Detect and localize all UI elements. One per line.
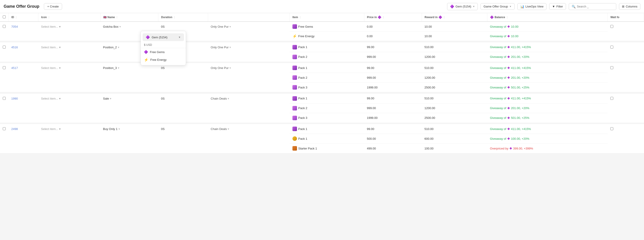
price-cell: 999.00 [364,52,422,62]
columns-label: Columns [626,5,638,8]
sort-icon[interactable]: ⋮ [173,16,176,19]
waitfor-checkbox[interactable] [610,66,613,69]
dropdown-gem-icon [146,35,150,39]
id-cell: 4517 [9,63,38,92]
create-button[interactable]: + Create [44,3,62,10]
sort-icon[interactable]: ⋮ [15,16,17,19]
purchase-selector[interactable]: Only One Pur ▾ [211,66,287,70]
chevron-down-icon: ▾ [59,97,61,100]
header: Game Offer Group + Create Gem (5154) ▼ G… [0,0,644,13]
balance-cell: Giveaway of 411.00, +415% [487,94,608,104]
icon-selector[interactable]: Select item... ▾ [41,46,98,49]
purchase-type-label: Chain Deals [211,127,227,131]
coin-pack-icon [292,136,297,141]
item-name-cell: Pack 1 [290,134,364,144]
free-energy-icon: ⚡ [144,58,148,62]
dropdown-item-free-energy[interactable]: ⚡ Free Energy [141,56,186,64]
balance-value: Giveaway of 501.00, +25% [490,116,605,120]
liveops-button[interactable]: 📊 LiveOps View [517,3,546,10]
waitfor-cell [608,124,644,153]
item-name-label: Pack 2 [298,106,308,110]
icon-selector[interactable]: Select item... ▾ [41,66,98,70]
item-name-cell: Starter Pack 1 [290,144,364,153]
icon-selector[interactable]: Select item... ▾ [41,97,98,100]
reward-cell: 600.00 [422,134,487,144]
row-checkbox[interactable] [3,25,6,28]
sort-icon[interactable]: ⋮ [506,16,508,19]
id-cell: 4516 [9,42,38,62]
row-checkbox[interactable] [3,97,6,100]
waitfor-checkbox[interactable] [610,97,613,100]
icon-selector[interactable]: Select item... ▾ [41,127,98,131]
row-checkbox[interactable] [3,127,6,130]
purchase-column-header [208,13,290,21]
balance-value: Giveaway of 201.00, +20% [490,106,605,110]
icon-cell: Select item... ▾ [38,94,100,123]
id-link[interactable]: 7054 [11,25,18,28]
waitfor-cell [608,63,644,92]
id-link[interactable]: 4516 [11,46,18,49]
columns-button[interactable]: ⊞ Columns [619,3,640,10]
purchase-selector[interactable]: Only One Pur ▾ [211,46,287,49]
balance-value: Giveaway of 411.00, +415% [490,66,605,70]
duration-cell: 0S [158,94,208,123]
purchase-selector[interactable]: Chain Deals ▾ [211,127,287,131]
purchase-selector[interactable]: Chain Deals ▾ [211,97,287,100]
purchase-selector[interactable]: Only One Pur ▾ [211,25,287,28]
item-name-label: Pack 2 [298,76,308,79]
dropdown-item-free-gems[interactable]: Free Gems [141,48,186,56]
select-all-checkbox[interactable] [3,15,6,18]
item-name-cell: Pack 2 [290,73,364,83]
free-gems-icon [144,50,148,54]
balance-value: Giveaway of 100.00, +20% [490,137,605,140]
row-checkbox[interactable] [3,66,6,69]
chevron-down-icon: ▾ [59,25,61,28]
waitfor-checkbox[interactable] [610,127,613,130]
main-table: ID⋮ Icon⋮ 🇬🇧 Name⋮ Duration⋮ Item⋮ [0,13,644,155]
item-name-label: Pack 1 [298,97,308,100]
group-selector[interactable]: Game Offer Group ▼ [480,3,514,10]
price-cell: 1999.00 [364,83,422,92]
balance-cell: Giveaway of 411.00, +415% [487,124,608,134]
waitfor-checkbox[interactable] [610,46,613,49]
select-item-label: Select item... [41,66,58,70]
balance-cell: Giveaway of 201.00, +20% [487,103,608,113]
item-name-cell: Pack 3 [290,83,364,92]
balance-cell: Giveaway of 411.00, +415% [487,42,608,52]
sort-icon[interactable]: ⋮ [443,16,445,19]
balance-value: Giveaway of 10.00 [490,34,605,38]
duration-value: 0S [161,66,165,70]
id-link[interactable]: 1990 [11,97,18,100]
sort-icon[interactable]: ⋮ [382,16,384,19]
duration-cell: 0S [158,124,208,153]
item-name-label: Pack 3 [298,116,308,120]
waitfor-checkbox[interactable] [610,25,613,28]
row-checkbox[interactable] [3,46,6,49]
id-link[interactable]: 4517 [11,66,18,70]
dropdown-gem-selector[interactable]: Gem (5154) ▼ [142,33,184,41]
sort-icon[interactable]: ⋮ [48,16,50,19]
item-name-cell: ⚡ Free Energy [290,31,364,41]
filter-button[interactable]: ▼ Filter [549,3,566,10]
gem2-pack-icon [292,116,297,120]
balance-cell: Giveaway of 100.00, +20% [487,134,608,144]
free-gems-label: Free Gems [150,50,165,54]
sort-icon[interactable]: ⋮ [116,16,118,19]
duration-value: 0S [161,127,165,131]
search-input[interactable] [577,5,613,8]
sort-icon[interactable]: ⋮ [299,16,301,19]
price-cell: 99.00 [364,94,422,104]
row-checkbox-cell [0,21,9,41]
name-label: Position_2 [103,46,117,49]
search-box[interactable]: 🔍 [569,3,616,10]
group-selector-label: Game Offer Group [484,5,508,8]
chevron-down-icon: ▼ [510,5,512,8]
filter-icon: ▼ [552,5,555,8]
id-cell: 2498 [9,124,38,153]
gem-selector[interactable]: Gem (5154) ▼ [447,3,478,10]
chevron-down-icon: ▾ [59,127,61,131]
reward-cell: 510.00 [422,124,487,134]
flag-icon: 🇬🇧 [103,16,107,19]
icon-selector[interactable]: Select item... ▾ [41,25,98,28]
id-link[interactable]: 2498 [11,127,18,131]
